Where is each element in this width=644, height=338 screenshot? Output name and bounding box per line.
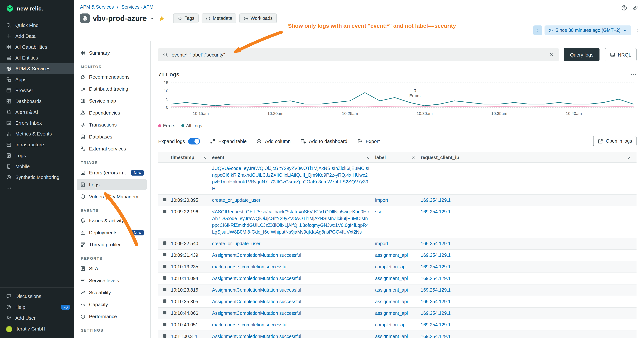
sidebar-item-iterativ-gmbh[interactable]: Iterativ GmbH [0,323,74,334]
sidebar-item-apps[interactable]: Apps [0,74,74,85]
row-select[interactable] [158,331,171,338]
row-select[interactable] [158,195,171,201]
ip-link[interactable]: 169.254.129.1 [421,334,451,338]
expand-table-button[interactable]: Expand table [210,138,247,144]
add-column-button[interactable]: Add column [256,138,290,144]
breadcrumb-services-apm[interactable]: Services - APM [122,5,154,10]
log-table-row[interactable]: 10:09:22.196<ASGIRequest: GET '/sso/call… [158,206,636,238]
label-link[interactable]: assignment_api [375,311,408,316]
sidebar-item-discussions[interactable]: Discussions [0,291,74,302]
log-table-row[interactable]: 10:09:20.895create_or_update_userimport1… [158,195,636,206]
time-picker[interactable]: Since 30 minutes ago (GMT+2) [544,26,631,35]
subnav-item-service-map[interactable]: Service map [77,95,146,106]
sidebar-item-logs[interactable]: Logs [0,150,74,161]
newrelic-logo[interactable]: new relic. [0,0,74,16]
log-table-row[interactable]: 10:10:23.815AssignmentCompletionMutation… [158,284,636,296]
sidebar-item-metrics-events[interactable]: Metrics & Events [0,128,74,139]
ip-link[interactable]: 169.254.129.1 [421,209,451,214]
ip-link[interactable]: 169.254.129.1 [421,276,451,281]
sidebar-item-add-user[interactable]: Add User [0,312,74,323]
event-link[interactable]: JUQVU&code=eyJraWQiOiJjcGltY29yZV8wOTl1M… [212,166,369,191]
event-link[interactable]: AssignmentCompletionMutation successful [212,253,301,258]
log-table-row[interactable]: 10:10:35.305AssignmentCompletionMutation… [158,296,636,308]
row-select[interactable] [158,238,171,245]
subnav-item-sla[interactable]: SLA [77,263,146,274]
log-table-row[interactable]: 10:09:22.540create_or_update_userimport1… [158,238,636,250]
time-next-button[interactable] [634,26,641,35]
ip-link[interactable]: 169.254.129.1 [421,253,451,258]
sidebar-item-apm-services[interactable]: APM & Services [0,63,74,74]
label-link[interactable]: completion_api [375,264,406,269]
row-select[interactable] [158,261,171,268]
entity-switcher-chevron-icon[interactable] [150,16,155,21]
log-query-input[interactable]: event:* -"label":"security" [158,48,559,61]
subnav-item-performance[interactable]: Performance [77,311,146,322]
more-options-icon[interactable] [630,71,636,77]
favorite-star-icon[interactable] [159,15,165,22]
log-table-row[interactable]: 10:10:13.235mark_course_completion succe… [158,261,636,273]
legend-all-logs[interactable]: All Logs [181,123,202,128]
event-link[interactable]: AssignmentCompletionMutation successful [212,299,301,304]
sidebar-item-add-data[interactable]: Add Data [0,31,74,42]
ip-link[interactable]: 169.254.129.1 [421,241,451,246]
nrql-button[interactable]: NRQL [605,48,636,61]
subnav-item-deployments[interactable]: DeploymentsNew [77,227,146,238]
event-link[interactable]: AssignmentCompletionMutation successful [212,287,301,293]
ip-link[interactable]: 169.254.129.1 [421,287,451,293]
log-table-row[interactable]: JUQVU&code=eyJraWQiOiJjcGltY29yZV8wOTl1M… [158,163,636,195]
subnav-item-dependencies[interactable]: Dependencies [77,107,146,118]
subnav-item-logs[interactable]: Logs [77,179,146,190]
export-button[interactable]: Export [357,138,380,144]
permalink-icon[interactable] [632,5,639,11]
sidebar-item-alerts-ai[interactable]: Alerts & AI [0,107,74,118]
log-table-row[interactable]: 10:10:44.066AssignmentCompletionMutation… [158,308,636,319]
remove-column-icon[interactable] [627,156,631,160]
label-link[interactable]: assignment_api [375,287,408,293]
log-table-row[interactable]: 10:11:00.311AssignmentCompletionMutation… [158,331,636,338]
subnav-item-thread-profiler[interactable]: Thread profiler [77,239,146,250]
subnav-item-vulnerability-management[interactable]: Vulnerability Management [77,191,146,202]
ip-link[interactable]: 169.254.129.1 [421,299,451,304]
pill-workloads[interactable]: Workloads [239,14,277,23]
subnav-item-transactions[interactable]: Transactions [77,119,146,130]
sidebar-item-browser[interactable]: Browser [0,85,74,96]
sidebar-item-all-entities[interactable]: All Entities [0,52,74,63]
subnav-item-errors-errors-inb[interactable]: Errors (errors inb...New [77,167,146,178]
subnav-item-capacity[interactable]: Capacity [77,299,146,310]
time-prev-button[interactable] [533,26,542,35]
event-link[interactable]: mark_course_completion successful [212,264,288,269]
subnav-item-service-levels[interactable]: Service levels [77,275,146,286]
label-link[interactable]: sso [375,209,382,214]
sidebar-item-quick-find[interactable]: Quick Find [0,20,74,31]
ip-link[interactable]: 169.254.129.1 [421,264,451,269]
row-select[interactable] [158,296,171,303]
label-link[interactable]: assignment_api [375,334,408,338]
row-select[interactable] [158,273,171,280]
pill-tags[interactable]: Tags [173,14,198,23]
sidebar-item-more[interactable] [0,183,74,193]
subnav-item-external-services[interactable]: External services [77,143,146,154]
event-link[interactable]: AssignmentCompletionMutation successful [212,311,301,316]
sidebar-item-dashboards[interactable]: Dashboards [0,96,74,107]
subnav-item-distributed-tracing[interactable]: Distributed tracing [77,83,146,94]
row-select[interactable] [158,319,171,326]
event-link[interactable]: AssignmentCompletionMutation successful [212,276,301,281]
sidebar-item-errors-inbox[interactable]: Errors Inbox [0,118,74,128]
sidebar-item-infrastructure[interactable]: Infrastructure [0,139,74,150]
sidebar-item-all-capabilities[interactable]: All Capabilities [0,42,74,52]
log-table-row[interactable]: 10:09:31.439AssignmentCompletionMutation… [158,250,636,261]
legend-errors[interactable]: Errors [158,123,175,128]
breadcrumb-apm-services[interactable]: APM & Services [80,5,114,10]
subnav-item-summary[interactable]: Summary [77,47,146,58]
remove-column-icon[interactable] [366,156,370,160]
label-link[interactable]: assignment_api [375,253,408,258]
log-table-row[interactable]: 10:10:14.094AssignmentCompletionMutation… [158,273,636,284]
label-link[interactable]: import [375,198,388,203]
add-to-dashboard-button[interactable]: Add to dashboard [300,138,347,144]
label-link[interactable]: import [375,241,388,246]
subnav-item-scalability[interactable]: Scalability [77,287,146,298]
log-table-row[interactable]: 10:10:49.051mark_course_completion succe… [158,319,636,331]
row-select[interactable] [158,250,171,256]
event-link[interactable]: create_or_update_user [212,241,260,246]
row-select[interactable] [158,308,171,314]
